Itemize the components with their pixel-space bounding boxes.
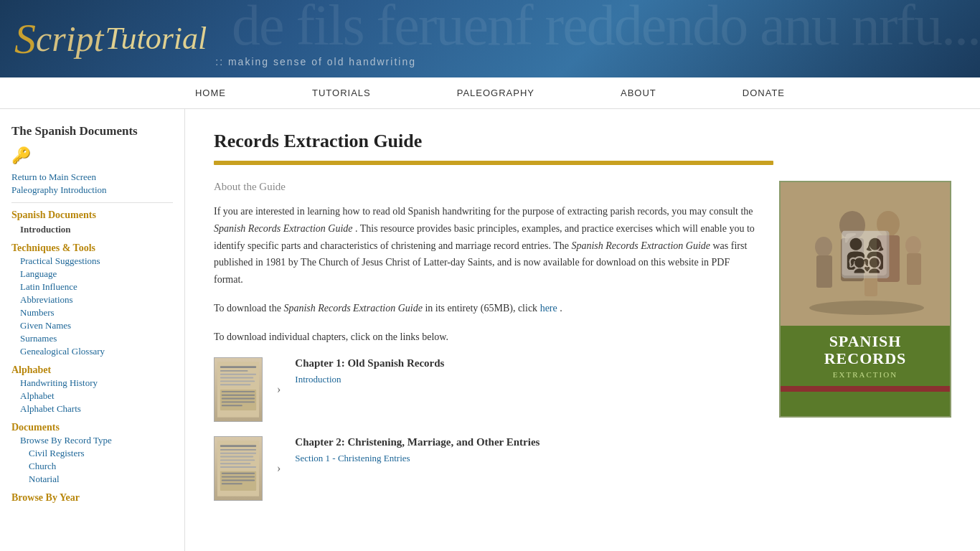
nav-paleography[interactable]: PALEOGRAPHY	[414, 88, 578, 98]
book-subtitle: EXTRACTION	[791, 370, 940, 379]
sidebar-item-documents[interactable]: Documents	[11, 421, 173, 434]
chapter-1-content: Chapter 1: Old Spanish Records Introduct…	[295, 357, 758, 385]
sidebar-item-glossary[interactable]: Genealogical Glossary	[20, 345, 173, 358]
book-cover: AN INSTRUCTIONAL GUIDE	[779, 181, 951, 418]
nav-tutorials[interactable]: TUTORIALS	[269, 88, 414, 98]
chapter-1-thumbnail	[215, 358, 262, 421]
svg-rect-10	[222, 397, 255, 399]
sidebar-item-latin[interactable]: Latin Influence	[20, 281, 173, 293]
chapter-2-image	[214, 436, 263, 501]
nav-about[interactable]: ABOUT	[578, 88, 699, 98]
chapter-1-row: › Chapter 1: Old Spanish Records Introdu…	[214, 357, 758, 422]
logo-tutorial: Tutorial	[105, 23, 207, 55]
sidebar-item-alphabet[interactable]: Alphabet	[20, 390, 173, 402]
chapter-1-link[interactable]: Introduction	[295, 374, 341, 385]
book-title-area: SPANISH RECORDS EXTRACTION	[781, 326, 950, 386]
sidebar-section-title: The Spanish Documents	[11, 123, 173, 139]
chapter-2-row: › Chapter 2: Christening, Marriage, and …	[214, 436, 758, 501]
sidebar-item-church[interactable]: Church	[29, 460, 173, 473]
guide-title-1: Spanish Records Extraction Guide	[214, 223, 353, 234]
paragraph-2: To download the Spanish Records Extracti…	[214, 300, 758, 317]
svg-rect-5	[220, 380, 255, 382]
content-with-image: About the Guide If you are interested in…	[214, 181, 951, 515]
svg-rect-12	[222, 405, 242, 406]
sidebar-item-alphabet[interactable]: Alphabet	[11, 364, 173, 377]
nav-home[interactable]: HOME	[152, 88, 269, 98]
sidebar-item-browse-year[interactable]: Browse By Year	[11, 491, 173, 504]
sidebar-item-alphabet-charts[interactable]: Alphabet Charts	[20, 402, 173, 415]
chapter-1-image	[214, 357, 263, 422]
sidebar-item-introduction[interactable]: Introduction	[11, 223, 173, 236]
para2-pre: To download the	[214, 303, 283, 314]
svg-rect-17	[220, 456, 253, 457]
sidebar-techniques-list: Practical Suggestions Language Latin Inf…	[11, 255, 173, 358]
guide-title-3: Spanish Records Extraction Guide	[283, 303, 423, 314]
book-title-line2: RECORDS	[791, 350, 940, 367]
header-logo-area: S cript Tutorial :: making sense of old …	[0, 0, 980, 77]
book-photo-inner	[781, 182, 950, 326]
logo-cript: cript	[36, 21, 103, 57]
paragraph-1: If you are interested in learning how to…	[214, 203, 758, 288]
chapter-2-title: Chapter 2: Christening, Marriage, and Ot…	[295, 436, 758, 448]
sidebar-alphabet-list: Handwriting History Alphabet Alphabet Ch…	[11, 377, 173, 415]
sidebar-item-handwriting-history[interactable]: Handwriting History	[20, 377, 173, 390]
sidebar-item-language[interactable]: Language	[20, 268, 173, 281]
sidebar-decorative-icon: 🔑	[11, 146, 173, 165]
svg-rect-7	[220, 390, 256, 410]
site-header: de fils feruenf reddendo anu nrfu... S c…	[0, 0, 980, 77]
book-bottom-bar	[781, 386, 950, 392]
sidebar: The Spanish Documents 🔑 Return to Main S…	[0, 109, 185, 551]
section-heading: About the Guide	[214, 181, 758, 193]
svg-rect-20	[220, 466, 256, 468]
logo-script-s: S	[14, 17, 36, 60]
sidebar-item-civil-registers[interactable]: Civil Registers	[29, 447, 173, 460]
svg-rect-1	[220, 366, 256, 368]
chapter-1-arrow: ›	[277, 383, 281, 396]
here-link[interactable]: here	[540, 303, 557, 314]
sidebar-item-browse-record[interactable]: Browse By Record Type	[20, 434, 173, 447]
svg-rect-8	[222, 391, 255, 392]
sidebar-divider-1	[11, 202, 173, 203]
main-navigation: HOME TUTORIALS PALEOGRAPHY ABOUT DONATE	[0, 77, 980, 109]
svg-rect-6	[220, 384, 251, 385]
guide-title-2: Spanish Records Extraction Guide	[571, 240, 710, 251]
nav-donate[interactable]: DONATE	[699, 88, 828, 98]
svg-rect-2	[220, 370, 248, 372]
chapter-2-content: Chapter 2: Christening, Marriage, and Ot…	[295, 436, 758, 464]
svg-rect-22	[222, 472, 255, 474]
sidebar-item-surnames[interactable]: Surnames	[20, 332, 173, 345]
svg-point-35	[863, 257, 877, 273]
svg-rect-14	[220, 445, 256, 447]
chapter-2-thumbnail	[215, 437, 262, 500]
book-title-line1: SPANISH	[791, 333, 940, 350]
sidebar-item-given-names[interactable]: Given Names	[20, 319, 173, 332]
svg-rect-11	[222, 401, 255, 402]
svg-rect-38	[781, 182, 950, 326]
svg-rect-3	[220, 373, 256, 375]
sidebar-item-notarial[interactable]: Notarial	[29, 473, 173, 486]
chapter-2-link[interactable]: Section 1 - Christening Entries	[295, 453, 410, 463]
svg-rect-15	[220, 449, 256, 451]
sidebar-item-spanish-documents[interactable]: Spanish Documents	[11, 209, 173, 222]
sidebar-browse-subitems: Civil Registers Church Notarial	[20, 447, 173, 486]
sidebar-documents-list: Browse By Record Type Civil Registers Ch…	[11, 434, 173, 486]
sidebar-item-techniques[interactable]: Techniques & Tools	[11, 242, 173, 255]
page-title: Records Extraction Guide	[214, 131, 951, 152]
svg-rect-25	[222, 483, 242, 484]
para2-mid: in its entirety (65MB), click	[425, 303, 540, 314]
svg-rect-28	[841, 238, 864, 281]
svg-rect-16	[220, 452, 256, 453]
main-layout: The Spanish Documents 🔑 Return to Main S…	[0, 109, 980, 551]
sidebar-item-numbers[interactable]: Numbers	[20, 306, 173, 319]
svg-rect-9	[222, 394, 255, 395]
sidebar-item-abbreviations[interactable]: Abbreviations	[20, 293, 173, 306]
chapter-2-arrow: ›	[277, 462, 281, 475]
sidebar-paleography-link[interactable]: Paleography Introduction	[11, 184, 173, 197]
svg-rect-24	[222, 479, 255, 481]
svg-rect-4	[220, 377, 253, 378]
sidebar-item-practical[interactable]: Practical Suggestions	[20, 255, 173, 268]
content-main-text: About the Guide If you are interested in…	[214, 181, 758, 515]
sidebar-return-link[interactable]: Return to Main Screen	[11, 171, 173, 184]
main-content: Records Extraction Guide About the Guide…	[185, 109, 980, 551]
gold-divider	[214, 161, 773, 165]
